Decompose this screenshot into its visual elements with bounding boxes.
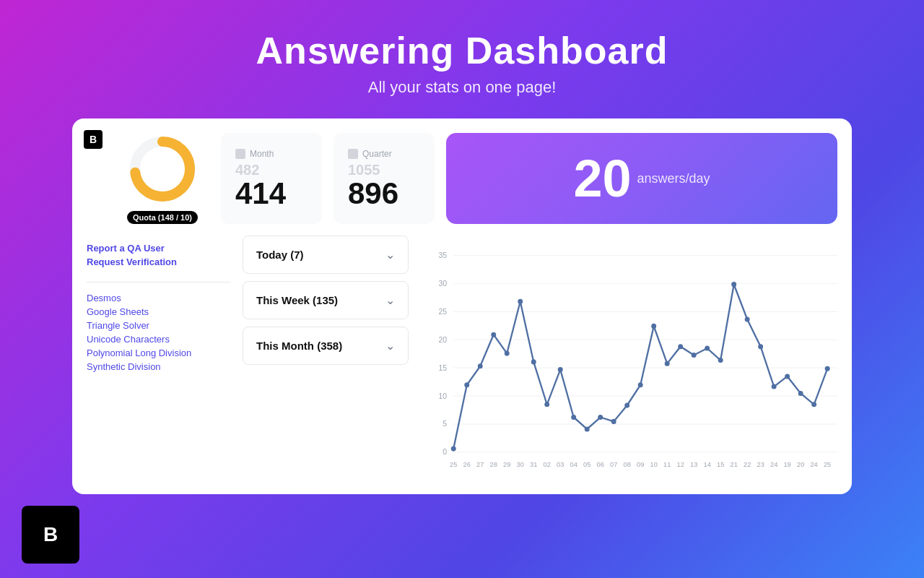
bottom-section: Report a QA User Request Verification De… [87, 236, 837, 480]
sidebar-tool-synthetic-division[interactable]: Synthetic Division [87, 361, 231, 372]
svg-point-20 [478, 363, 483, 368]
brand-logo: B [84, 130, 103, 149]
svg-text:04: 04 [570, 461, 578, 468]
chevron-down-icon-2: ⌄ [385, 293, 395, 307]
svg-text:12: 12 [677, 461, 684, 468]
svg-text:0: 0 [443, 447, 447, 456]
page-title: Answering Dashboard [0, 29, 924, 72]
svg-text:23: 23 [757, 461, 764, 468]
answers-per-day-value: 20 [573, 149, 631, 208]
sidebar-tool-unicode-characters[interactable]: Unicode Characters [87, 334, 231, 345]
quarter-stat-card: Quarter 1055 896 [334, 133, 435, 224]
svg-point-19 [464, 382, 469, 387]
accordion-section: Today (7) ⌄ This Week (135) ⌄ This Month… [243, 236, 409, 480]
sidebar-tool-google-sheets[interactable]: Google Sheets [87, 306, 231, 317]
sidebar-tool-desmos[interactable]: Desmos [87, 293, 231, 303]
svg-point-27 [571, 415, 576, 420]
svg-text:24: 24 [770, 461, 777, 468]
accordion-today[interactable]: Today (7) ⌄ [243, 236, 409, 274]
svg-point-30 [611, 419, 616, 424]
svg-point-43 [785, 374, 790, 379]
svg-point-42 [772, 384, 777, 389]
accordion-this-month[interactable]: This Month (358) ⌄ [243, 327, 409, 365]
quarter-icon [348, 149, 358, 159]
svg-point-31 [624, 402, 629, 407]
quota-donut: Quota (148 / 10) [116, 133, 209, 224]
svg-text:31: 31 [530, 461, 537, 468]
svg-text:25: 25 [438, 307, 447, 316]
svg-point-41 [758, 344, 763, 349]
bottom-brand-badge: B [22, 506, 79, 564]
svg-point-35 [678, 344, 683, 349]
sidebar-links: Report a QA User Request Verification [87, 243, 231, 267]
svg-point-29 [598, 415, 603, 420]
svg-text:22: 22 [744, 461, 751, 468]
month-icon [235, 149, 245, 159]
svg-point-22 [505, 351, 510, 356]
accordion-this-week[interactable]: This Week (135) ⌄ [243, 281, 409, 319]
svg-text:13: 13 [690, 461, 697, 468]
svg-point-44 [798, 391, 803, 396]
quarter-label: Quarter [362, 149, 392, 159]
svg-text:19: 19 [783, 461, 790, 468]
svg-text:10: 10 [438, 391, 447, 400]
sidebar-link-request-verification[interactable]: Request Verification [87, 256, 231, 267]
svg-text:08: 08 [624, 461, 631, 468]
quota-label: Quota (148 / 10) [127, 211, 198, 224]
sidebar-link-report-qa[interactable]: Report a QA User [87, 243, 231, 254]
chevron-down-icon-3: ⌄ [385, 339, 395, 353]
sidebar-tool-triangle-solver[interactable]: Triangle Solver [87, 320, 231, 331]
svg-point-37 [705, 346, 710, 351]
svg-text:20: 20 [797, 461, 804, 468]
sidebar: Report a QA User Request Verification De… [87, 236, 231, 480]
svg-text:29: 29 [503, 461, 510, 468]
svg-point-32 [638, 382, 643, 387]
svg-point-24 [531, 359, 536, 364]
svg-point-26 [558, 367, 563, 372]
quarter-main-value: 896 [348, 178, 420, 209]
svg-point-33 [651, 324, 656, 329]
accordion-today-label: Today (7) [256, 249, 304, 261]
svg-point-38 [718, 358, 723, 363]
month-main-value: 414 [235, 178, 308, 209]
svg-point-39 [731, 282, 736, 287]
svg-text:5: 5 [443, 419, 447, 428]
svg-point-45 [811, 402, 816, 407]
svg-point-34 [665, 361, 670, 366]
svg-point-18 [451, 447, 456, 452]
svg-text:05: 05 [583, 461, 590, 468]
svg-text:10: 10 [650, 461, 658, 468]
svg-text:24: 24 [810, 461, 817, 468]
svg-point-46 [825, 366, 830, 371]
svg-text:21: 21 [731, 461, 738, 468]
answers-per-day-unit: answers/day [637, 171, 710, 186]
sidebar-tool-polynomial-long-division[interactable]: Polynomial Long Division [87, 348, 231, 358]
line-chart: 0 5 10 15 20 25 30 35 [420, 236, 837, 480]
svg-text:27: 27 [476, 461, 484, 468]
svg-text:14: 14 [704, 461, 711, 468]
svg-text:07: 07 [610, 461, 617, 468]
svg-text:25: 25 [450, 461, 457, 468]
accordion-this-month-label: This Month (358) [256, 340, 342, 352]
accordion-this-week-label: This Week (135) [256, 294, 338, 306]
svg-text:30: 30 [517, 461, 524, 468]
svg-text:35: 35 [438, 251, 447, 259]
dashboard-card: B Quota (148 / 10) Month 482 414 [72, 118, 852, 494]
svg-point-40 [745, 316, 750, 322]
page-subtitle: All your stats on one page! [0, 78, 924, 97]
svg-text:11: 11 [663, 461, 671, 468]
svg-text:30: 30 [438, 279, 447, 288]
svg-text:09: 09 [637, 461, 644, 468]
svg-point-28 [585, 426, 590, 431]
svg-point-23 [518, 299, 523, 304]
svg-text:25: 25 [824, 461, 831, 468]
svg-text:20: 20 [438, 335, 447, 344]
answers-per-day-card: 20 answers/day [446, 133, 837, 224]
month-stat-card: Month 482 414 [221, 133, 322, 224]
svg-point-21 [491, 332, 496, 337]
svg-text:28: 28 [490, 461, 497, 468]
svg-point-25 [544, 402, 549, 407]
svg-text:02: 02 [544, 461, 551, 468]
sidebar-divider [87, 282, 231, 282]
svg-text:06: 06 [597, 461, 604, 468]
